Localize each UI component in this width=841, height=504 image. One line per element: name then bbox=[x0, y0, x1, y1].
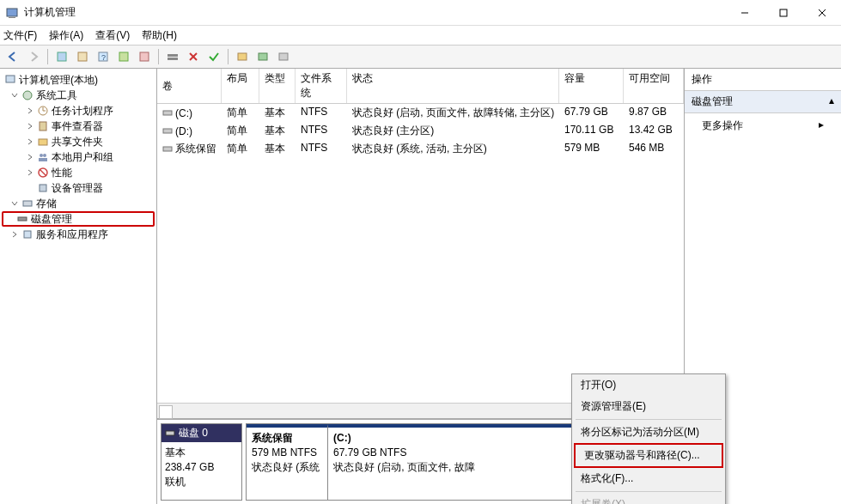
minimize-button[interactable] bbox=[725, 0, 764, 26]
toolbar-btn-9[interactable] bbox=[274, 47, 293, 66]
menu-help[interactable]: 帮助(H) bbox=[142, 28, 177, 43]
maximize-button[interactable] bbox=[764, 0, 802, 26]
toolbar-delete-icon[interactable] bbox=[184, 47, 203, 66]
volume-row[interactable]: 系统保留 简单 基本 NTFS 状态良好 (系统, 活动, 主分区) 579 M… bbox=[157, 140, 684, 158]
drive-icon bbox=[162, 127, 173, 136]
tree-root[interactable]: 计算机管理(本地) bbox=[2, 72, 155, 88]
col-layout[interactable]: 布局 bbox=[222, 69, 259, 103]
svg-rect-6 bbox=[58, 52, 66, 61]
toolbar-btn-6[interactable] bbox=[163, 47, 182, 66]
context-menu: 打开(O) 资源管理器(E) 将分区标记为活动分区(M) 更改驱动器号和路径(C… bbox=[571, 373, 726, 504]
svg-rect-0 bbox=[7, 9, 17, 16]
chevron-down-icon[interactable] bbox=[10, 91, 19, 100]
disk-info[interactable]: 磁盘 0 基本 238.47 GB 联机 bbox=[161, 423, 242, 501]
col-free[interactable]: 可用空间 bbox=[624, 69, 684, 103]
svg-rect-37 bbox=[163, 147, 172, 151]
performance-icon bbox=[36, 166, 50, 179]
volume-list-header: 卷 布局 类型 文件系统 状态 容量 可用空间 bbox=[157, 69, 684, 104]
toolbar-btn-2[interactable] bbox=[73, 47, 92, 66]
drive-icon bbox=[162, 145, 173, 154]
tree-task-scheduler[interactable]: 任务计划程序 bbox=[2, 103, 155, 118]
services-icon bbox=[21, 228, 34, 241]
ctx-open[interactable]: 打开(O) bbox=[572, 374, 725, 396]
toolbar-btn-1[interactable] bbox=[52, 47, 71, 66]
svg-line-30 bbox=[40, 169, 46, 176]
collapse-icon[interactable]: ▴ bbox=[829, 94, 834, 109]
ctx-mark-active[interactable]: 将分区标记为活动分区(M) bbox=[572, 422, 725, 443]
chevron-right-icon[interactable] bbox=[26, 106, 34, 115]
svg-point-27 bbox=[43, 154, 46, 157]
tree-local-users[interactable]: 本地用户和组 bbox=[2, 149, 155, 165]
svg-rect-38 bbox=[166, 431, 174, 435]
toolbar-btn-3[interactable]: ? bbox=[94, 47, 113, 66]
volume-list[interactable]: 卷 布局 类型 文件系统 状态 容量 可用空间 (C:) 简单 基本 NTFS … bbox=[157, 69, 684, 418]
svg-rect-33 bbox=[18, 217, 27, 221]
book-icon bbox=[36, 119, 50, 133]
chevron-right-icon[interactable] bbox=[10, 230, 19, 239]
svg-rect-12 bbox=[168, 54, 178, 57]
chevron-right-icon[interactable] bbox=[26, 122, 34, 131]
col-filesystem[interactable]: 文件系统 bbox=[296, 69, 347, 103]
tree-system-tools[interactable]: 系统工具 bbox=[2, 88, 155, 103]
ctx-change-drive-letter[interactable]: 更改驱动器号和路径(C)... bbox=[576, 445, 722, 466]
tree-disk-management[interactable]: 磁盘管理 bbox=[2, 211, 155, 227]
chevron-right-icon: ▸ bbox=[819, 118, 824, 133]
svg-rect-19 bbox=[6, 76, 15, 82]
tree-performance[interactable]: 性能 bbox=[2, 165, 155, 180]
ctx-format[interactable]: 格式化(F)... bbox=[572, 468, 725, 489]
svg-rect-17 bbox=[259, 53, 267, 60]
toolbar-btn-7[interactable] bbox=[233, 47, 252, 66]
actions-more[interactable]: 更多操作 ▸ bbox=[685, 113, 841, 138]
svg-text:?: ? bbox=[101, 53, 106, 62]
toolbar-btn-4[interactable] bbox=[114, 47, 133, 66]
svg-rect-32 bbox=[23, 201, 32, 206]
close-button[interactable] bbox=[802, 0, 841, 26]
chevron-right-icon[interactable] bbox=[26, 153, 34, 161]
svg-rect-1 bbox=[9, 17, 15, 18]
tree-services[interactable]: 服务和应用程序 bbox=[2, 227, 155, 242]
tree-device-manager[interactable]: 设备管理器 bbox=[2, 180, 155, 196]
toolbar-btn-8[interactable] bbox=[253, 47, 272, 66]
col-capacity[interactable]: 容量 bbox=[559, 69, 624, 103]
chevron-down-icon[interactable] bbox=[10, 199, 19, 208]
volume-row[interactable]: (D:) 简单 基本 NTFS 状态良好 (主分区) 170.11 GB 13.… bbox=[157, 122, 684, 140]
svg-rect-16 bbox=[238, 53, 247, 60]
chevron-right-icon[interactable] bbox=[26, 168, 34, 177]
volume-row[interactable]: (C:) 简单 基本 NTFS 状态良好 (启动, 页面文件, 故障转储, 主分… bbox=[157, 104, 684, 122]
app-icon bbox=[5, 6, 19, 20]
svg-rect-13 bbox=[168, 58, 178, 60]
col-status[interactable]: 状态 bbox=[347, 69, 559, 103]
toolbar-btn-5[interactable] bbox=[135, 47, 154, 66]
tree-storage[interactable]: 存储 bbox=[2, 196, 155, 211]
chevron-right-icon[interactable] bbox=[26, 137, 34, 146]
svg-rect-3 bbox=[780, 9, 787, 16]
partition-system-reserved[interactable]: 系统保留 579 MB NTFS 状态良好 (系统 bbox=[247, 424, 328, 500]
svg-rect-31 bbox=[40, 185, 46, 191]
col-type[interactable]: 类型 bbox=[259, 69, 296, 103]
forward-button[interactable] bbox=[24, 47, 43, 66]
actions-section[interactable]: 磁盘管理 ▴ bbox=[685, 91, 841, 113]
toolbar-check-icon[interactable] bbox=[204, 47, 223, 66]
tree-shared-folders[interactable]: 共享文件夹 bbox=[2, 134, 155, 149]
ctx-extend[interactable]: 扩展卷(X)... bbox=[572, 494, 725, 504]
tree-pane[interactable]: 计算机管理(本地) 系统工具 任务计划程序 事件查看器 共享文件夹 本地用户和组 bbox=[0, 69, 157, 504]
menu-view[interactable]: 查看(V) bbox=[95, 28, 130, 43]
computer-icon bbox=[3, 73, 17, 87]
svg-point-26 bbox=[40, 154, 43, 157]
menu-file[interactable]: 文件(F) bbox=[3, 28, 37, 43]
users-icon bbox=[36, 150, 50, 164]
wrench-icon bbox=[21, 88, 34, 102]
back-button[interactable] bbox=[3, 47, 22, 66]
menu-action[interactable]: 操作(A) bbox=[49, 28, 83, 43]
toolbar: ? bbox=[0, 45, 841, 69]
tree-event-viewer[interactable]: 事件查看器 bbox=[2, 118, 155, 134]
svg-rect-34 bbox=[24, 231, 31, 238]
svg-rect-18 bbox=[279, 53, 288, 60]
svg-rect-11 bbox=[140, 52, 149, 61]
svg-rect-10 bbox=[119, 52, 128, 61]
ctx-explorer[interactable]: 资源管理器(E) bbox=[572, 396, 725, 417]
actions-header: 操作 bbox=[685, 69, 841, 91]
partition-c[interactable]: (C:) 67.79 GB NTFS 状态良好 (启动, 页面文件, 故障 bbox=[328, 424, 602, 500]
device-icon bbox=[36, 181, 50, 195]
col-volume[interactable]: 卷 bbox=[157, 69, 222, 103]
